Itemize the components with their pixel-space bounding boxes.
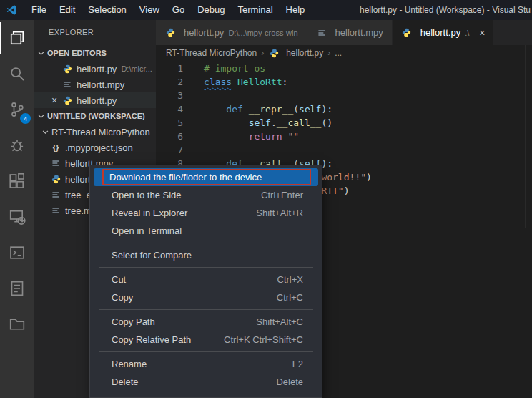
mpy-file-icon [50, 206, 61, 215]
file-name: .mpyproject.json [65, 142, 133, 153]
menu-shortcut: Ctrl+X [277, 274, 303, 285]
menubar-item-debug[interactable]: Debug [191, 0, 231, 20]
open-editor-item[interactable]: hellortt.mpy [34, 77, 156, 92]
menubar-item-edit[interactable]: Edit [53, 0, 82, 20]
line-number: 6 [156, 130, 194, 143]
context-menu-item[interactable]: DeleteDelete [90, 373, 322, 391]
terminal-activity-button[interactable] [0, 235, 34, 271]
tab-title: hellortt.mpy [335, 27, 383, 38]
window-title: hellortt.py - Untitled (Workspace) - Vis… [360, 5, 531, 15]
menu-item-label: Delete [112, 377, 139, 387]
editor-tab[interactable]: hellortt.mpy [307, 20, 393, 45]
context-menu-item[interactable]: Reveal in ExplorerShift+Alt+R [90, 204, 322, 222]
menu-item-label: Open in Terminal [112, 225, 182, 236]
tab-path: D:\...\mpy-cross-win [228, 29, 297, 37]
vscode-logo-icon [6, 4, 18, 16]
output-log-activity-button[interactable] [0, 271, 34, 306]
context-menu-item[interactable]: Select for Compare [90, 246, 322, 264]
open-editors-section-header[interactable]: OPEN EDITORS [34, 45, 156, 61]
source-control-activity-button[interactable]: 4 [0, 92, 34, 127]
context-menu: Download the file/floder to the deviceOp… [89, 165, 322, 398]
menu-shortcut: Ctrl+K Ctrl+Shift+C [224, 334, 303, 345]
menubar-item-terminal[interactable]: Terminal [231, 0, 279, 20]
sidebar-title: EXPLORER [34, 20, 156, 45]
chevron-down-icon [37, 112, 45, 120]
breadcrumb-label: hellortt.py [286, 48, 323, 58]
context-menu-item[interactable]: Open in Terminal [90, 222, 322, 240]
line-number: 2 [156, 75, 194, 89]
menubar-item-file[interactable]: File [25, 0, 53, 20]
tab-title: hellortt.py [420, 27, 460, 38]
line-number: 7 [156, 143, 194, 157]
context-menu-item[interactable]: Download the file/floder to the device [94, 168, 318, 186]
menu-shortcut: Shift+Alt+C [256, 316, 303, 327]
menubar-item-go[interactable]: Go [166, 0, 191, 20]
context-menu-item[interactable]: Copy Relative PathCtrl+K Ctrl+Shift+C [90, 331, 322, 349]
menu-separator [99, 243, 313, 243]
chevron-down-icon [41, 128, 49, 136]
workspace-section-header[interactable]: UNTITLED (WORKSPACE) [34, 108, 156, 124]
code-line: 1# import os [156, 62, 532, 75]
line-number: 3 [156, 89, 194, 102]
breadcrumb-item[interactable]: ... [335, 48, 342, 58]
tree-folder-item[interactable]: RT-Thread MicroPython [34, 124, 156, 140]
breadcrumb-item[interactable]: hellortt.py [268, 48, 323, 58]
menu-item-label: Copy Relative Path [112, 334, 191, 345]
breadcrumb-item[interactable]: RT-Thread MicroPython [166, 48, 257, 58]
context-menu-item[interactable]: Open to the SideCtrl+Enter [90, 186, 322, 204]
breadcrumb-label: RT-Thread MicroPython [166, 48, 257, 58]
editor-tab-bar: hellortt.pyD:\...\mpy-cross-winhellortt.… [156, 20, 532, 45]
line-number: 1 [156, 62, 194, 75]
line-number: 4 [156, 102, 194, 116]
open-editors-label: OPEN EDITORS [47, 49, 107, 57]
menu-item-label: Rename [112, 359, 147, 369]
activity-bar: 4 [0, 20, 34, 398]
mpy-file-icon [61, 80, 73, 89]
workspace-label: UNTITLED (WORKSPACE) [47, 112, 145, 120]
menu-item-label: Download the file/floder to the device [109, 172, 262, 183]
remote-device-activity-button[interactable] [0, 199, 34, 235]
menu-item-label: Open to the Side [112, 190, 182, 200]
context-menu-item[interactable]: Copy PathShift+Alt+C [90, 313, 322, 331]
search-activity-button[interactable] [0, 56, 34, 92]
menu-item-label: Cut [112, 274, 126, 285]
remote-device-icon [9, 208, 26, 225]
file-name: RT-Thread MicroPython [51, 127, 150, 137]
context-menu-item[interactable]: RenameF2 [90, 355, 322, 373]
tab-path: .\ [465, 29, 469, 37]
source-control-badge: 4 [20, 113, 31, 124]
menu-item-label: Select for Compare [112, 250, 192, 261]
menubar-item-help[interactable]: Help [280, 0, 312, 20]
python-file-icon [401, 28, 413, 37]
explorer-activity-button[interactable] [0, 20, 34, 56]
search-icon [9, 65, 26, 82]
menubar-item-selection[interactable]: Selection [82, 0, 132, 20]
open-editor-item[interactable]: ×hellortt.py [34, 92, 156, 108]
menu-item-label: Copy Path [112, 316, 155, 327]
menu-item-label: Copy [112, 292, 133, 303]
line-number: 5 [156, 116, 194, 130]
folder-view-activity-button[interactable] [0, 306, 34, 342]
open-editors-list: hellortt.pyD:\micr...hellortt.mpy×hellor… [34, 61, 156, 108]
tree-file-item[interactable]: {}.mpyproject.json [34, 140, 156, 155]
debug-activity-button[interactable] [0, 127, 34, 163]
close-icon[interactable]: × [479, 27, 485, 39]
editor-scrollbar[interactable] [525, 45, 532, 228]
context-menu-item[interactable]: CopyCtrl+C [90, 288, 322, 306]
file-name: hellortt.py [77, 95, 117, 106]
breadcrumb: RT-Thread MicroPython›hellortt.py›... [156, 45, 532, 61]
open-editor-item[interactable]: hellortt.pyD:\micr... [34, 61, 156, 77]
extensions-activity-button[interactable] [0, 163, 34, 199]
context-menu-item[interactable]: CutCtrl+X [90, 271, 322, 288]
menu-shortcut: F2 [292, 359, 303, 369]
close-icon[interactable]: × [47, 94, 61, 106]
file-path: D:\micr... [121, 64, 152, 73]
tab-title: hellortt.py [184, 27, 224, 38]
code-line: 4 def __repr__(self): [156, 102, 532, 116]
code-line: 3 [156, 89, 532, 102]
editor-tab[interactable]: hellortt.py.\× [393, 20, 495, 45]
explorer-icon [9, 29, 26, 47]
menubar-item-view[interactable]: View [133, 0, 166, 20]
menu-shortcut: Delete [276, 377, 303, 387]
editor-tab[interactable]: hellortt.pyD:\...\mpy-cross-win [156, 20, 307, 45]
